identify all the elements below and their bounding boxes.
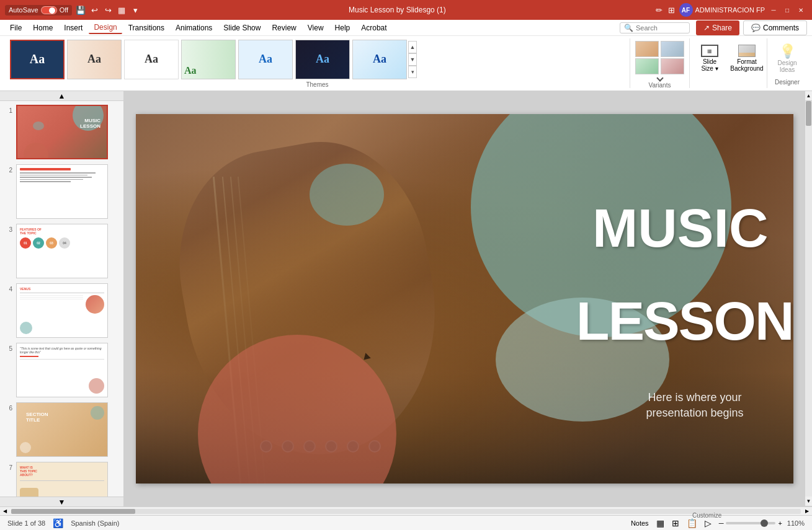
format-bg-icon: [738, 45, 756, 57]
theme-item-6[interactable]: Aa: [295, 40, 350, 79]
theme-item-1[interactable]: Aa: [10, 40, 65, 79]
format-bg-label: Format: [737, 58, 757, 65]
slide-sorter-btn[interactable]: ⊞: [669, 517, 682, 529]
maximize-button[interactable]: □: [781, 4, 793, 16]
zoom-level[interactable]: 110%: [787, 519, 805, 527]
h-scroll-thumb[interactable]: [11, 509, 135, 514]
share-icon: ↗: [703, 24, 710, 32]
theme-item-7[interactable]: Aa: [352, 40, 407, 79]
zoom-thumb[interactable]: [761, 519, 768, 527]
slide-panel-scroll[interactable]: 1 MUSICLESSON 2: [0, 101, 123, 497]
design-ideas-label: Design: [777, 60, 796, 66]
slide-thumb-1[interactable]: MUSICLESSON: [16, 105, 108, 159]
menu-home[interactable]: Home: [28, 22, 58, 33]
autosave-toggle[interactable]: [41, 6, 57, 14]
format-background-button[interactable]: Format Background: [729, 42, 764, 74]
slide-thumb-3[interactable]: FEATURES OFTHE TOPIC 01 02 03 04: [16, 224, 108, 278]
normal-view-btn[interactable]: ▦: [654, 517, 667, 529]
slide-item-3[interactable]: 3 FEATURES OFTHE TOPIC 01 02 03 04: [2, 223, 121, 280]
search-box[interactable]: 🔍: [620, 22, 690, 33]
theme-3-label: Aa: [145, 53, 158, 66]
h-scroll-track[interactable]: [11, 509, 801, 514]
slide-panel-scroll-down[interactable]: ▼: [0, 497, 123, 506]
menu-insert[interactable]: Insert: [59, 22, 87, 33]
accessibility-icon[interactable]: ♿: [53, 518, 63, 528]
slide-item-6[interactable]: 6 SECTIONTITLE: [2, 401, 121, 458]
menu-transitions[interactable]: Transitions: [123, 22, 169, 33]
menu-slideshow[interactable]: Slide Show: [218, 22, 265, 33]
slide-info: Slide 1 of 38: [7, 519, 45, 527]
pen-icon[interactable]: ✏: [654, 5, 664, 15]
themes-scroll: Aa Aa Aa Aa: [10, 40, 407, 79]
notes-button[interactable]: Notes: [631, 519, 649, 527]
close-button[interactable]: ✕: [795, 4, 807, 16]
app-title: Music Lesson by Slidesgo (1): [349, 6, 446, 14]
bottom-scrollbar[interactable]: ◀ ▶: [0, 506, 812, 515]
theme-item-5[interactable]: Aa: [238, 40, 293, 79]
layout-icon[interactable]: ⊞: [667, 5, 677, 15]
slide-item-2[interactable]: 2: [2, 163, 121, 220]
comments-icon: 💬: [751, 24, 761, 32]
theme-item-2[interactable]: Aa: [67, 40, 122, 79]
autosave-badge[interactable]: AutoSave Off: [5, 5, 72, 15]
comments-button[interactable]: 💬 Comments: [743, 20, 807, 35]
variants-content: [635, 41, 684, 74]
zoom-plus[interactable]: +: [778, 519, 782, 527]
slide-item-7[interactable]: 7 WHAT ISTHIS TOPICABOUT?: [2, 461, 121, 497]
variant-a[interactable]: [635, 41, 659, 57]
ribbon-content: Aa Aa Aa Aa: [0, 36, 812, 91]
slide-thumb-2[interactable]: [16, 164, 108, 219]
slide-thumb-5[interactable]: "This is some text that could go here as…: [16, 343, 108, 397]
theme-1-label: Aa: [30, 52, 45, 66]
h-scroll-right[interactable]: ▶: [802, 507, 812, 516]
slide-item-4[interactable]: 4 VENUS: [2, 282, 121, 339]
redo-icon[interactable]: ↪: [103, 5, 113, 15]
right-scrollbar[interactable]: ▲ ▼: [805, 91, 812, 506]
share-button[interactable]: ↗ Share: [696, 20, 739, 35]
slide-item-1[interactable]: 1 MUSICLESSON: [2, 104, 121, 161]
zoom-minus[interactable]: ─: [719, 519, 724, 527]
menu-animations[interactable]: Animations: [171, 22, 217, 33]
menu-review[interactable]: Review: [267, 22, 301, 33]
design-ideas-button[interactable]: 💡 Design Ideas: [770, 41, 805, 76]
slide-thumb-4[interactable]: VENUS: [16, 283, 108, 338]
theme-5-label: Aa: [259, 53, 272, 66]
slide-canvas[interactable]: MUSIC LESSON Here is where yourpresentat…: [136, 114, 793, 484]
slide-title-lesson: LESSON: [576, 294, 793, 348]
search-input[interactable]: [636, 24, 685, 32]
undo-icon[interactable]: ↩: [89, 5, 99, 15]
menu-design[interactable]: Design: [89, 22, 122, 34]
slide-item-5[interactable]: 5 "This is some text that could go here …: [2, 342, 121, 399]
zoom-slider[interactable]: [726, 522, 775, 524]
search-icon: 🔍: [624, 24, 633, 32]
scrollbar-thumb[interactable]: [806, 101, 811, 126]
scrollbar-arrow-down[interactable]: ▼: [805, 497, 812, 506]
theme-item-3[interactable]: Aa: [124, 40, 179, 79]
menu-view[interactable]: View: [303, 22, 329, 33]
user-avatar[interactable]: AF: [679, 3, 693, 17]
menu-file[interactable]: File: [5, 22, 27, 33]
themes-scroll-up[interactable]: ▲: [408, 41, 417, 53]
present-icon[interactable]: ▦: [117, 5, 127, 15]
scrollbar-track[interactable]: [805, 101, 812, 497]
slide-panel-scroll-up[interactable]: ▲: [0, 91, 123, 101]
variant-d[interactable]: [661, 58, 684, 74]
minimize-button[interactable]: ─: [767, 4, 780, 16]
menu-acrobat[interactable]: Acrobat: [356, 22, 391, 33]
theme-item-4[interactable]: Aa: [181, 40, 236, 79]
save-icon[interactable]: 💾: [76, 5, 86, 15]
menu-help[interactable]: Help: [330, 22, 355, 33]
variant-c[interactable]: [635, 58, 659, 74]
slide-size-button[interactable]: ▦ Slide Size ▾: [692, 42, 727, 74]
themes-scroll-more[interactable]: ▾: [408, 66, 417, 78]
scrollbar-arrow-up[interactable]: ▲: [805, 91, 812, 101]
variant-b[interactable]: [661, 41, 684, 57]
h-scroll-left[interactable]: ◀: [0, 507, 10, 516]
slide-thumb-7[interactable]: WHAT ISTHIS TOPICABOUT?: [16, 462, 108, 497]
user-name: ADMINISTRACION FP: [695, 6, 765, 14]
themes-scroll-down[interactable]: ▼: [408, 53, 417, 66]
status-left: Slide 1 of 38 ♿ Spanish (Spain): [7, 518, 119, 528]
customize-qat-icon[interactable]: ▾: [130, 5, 140, 15]
language[interactable]: Spanish (Spain): [71, 519, 119, 527]
slide-thumb-6[interactable]: SECTIONTITLE: [16, 402, 108, 457]
